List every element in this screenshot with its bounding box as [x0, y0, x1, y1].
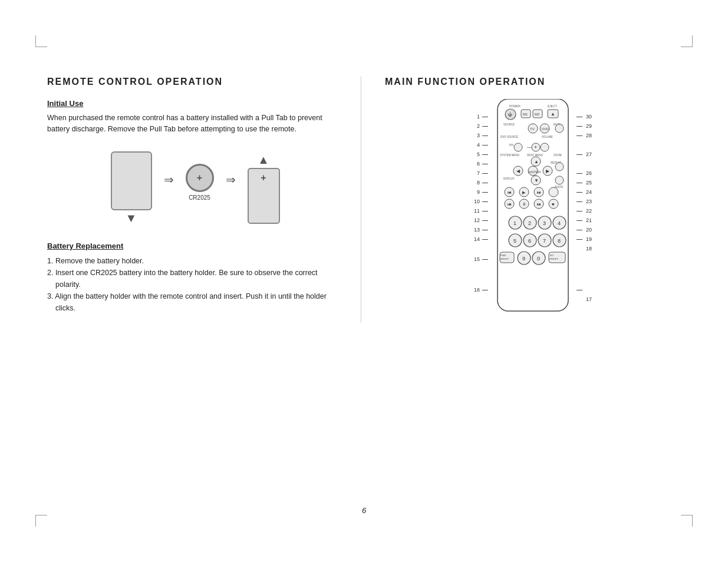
svg-text:0: 0	[537, 256, 540, 262]
corner-mark-br	[681, 515, 693, 527]
cr-label: CR2025	[189, 194, 210, 201]
svg-text:⏻: ⏻	[508, 113, 512, 117]
page-number: 6	[362, 506, 366, 515]
right-column: MAIN FUNCTION OPERATION 1 2 3 4 5 6 7 8 …	[361, 77, 681, 323]
svg-text:5: 5	[513, 238, 516, 244]
arrow-down-icon: ▼	[126, 211, 137, 225]
svg-text:ON/OFF: ON/OFF	[500, 257, 509, 260]
left-section-title: REMOTE CONTROL OPERATION	[47, 77, 343, 87]
svg-text:M1: M1	[523, 113, 528, 116]
left-column: REMOTE CONTROL OPERATION Initial Use Whe…	[47, 77, 361, 323]
svg-text:EJECT: EJECT	[548, 104, 557, 108]
initial-use-heading: Initial Use	[47, 99, 343, 108]
battery-slot-left	[111, 151, 152, 210]
svg-text:DESC MENU: DESC MENU	[527, 154, 543, 157]
left-lines	[482, 99, 489, 305]
battery-slot-right: +	[248, 168, 280, 224]
svg-text:DISPLAY: DISPLAY	[503, 177, 515, 180]
right-lines	[577, 99, 584, 305]
svg-text:M2: M2	[535, 113, 540, 116]
svg-text:ZOOM: ZOOM	[554, 154, 562, 157]
initial-use-paragraph: When purchased the remote control has a …	[47, 113, 343, 135]
battery-step-1: 1. Remove the battery holder.	[47, 255, 343, 267]
svg-text:9: 9	[522, 256, 525, 262]
svg-text:DVD SOURCE: DVD SOURCE	[500, 135, 518, 138]
svg-point-50	[549, 187, 558, 197]
corner-mark-bl	[35, 515, 47, 527]
right-number-labels: 30 29 28 27 26 25 24 23 22 21 20 19 18	[586, 99, 599, 315]
svg-text:SYSTEM MENU: SYSTEM MENU	[500, 154, 519, 157]
svg-text:POWER: POWER	[509, 104, 521, 108]
svg-text:TV: TV	[530, 127, 535, 131]
svg-text:6: 6	[528, 238, 531, 244]
svg-text:1: 1	[513, 220, 516, 226]
svg-text:3: 3	[543, 220, 546, 226]
svg-point-21	[514, 143, 522, 151]
svg-text:⏮: ⏮	[508, 202, 512, 206]
battery-step-2: 2. Insert one CR2025 battery into the ba…	[47, 267, 343, 290]
svg-text:7: 7	[543, 238, 546, 244]
arrow-right-icon: ⇒	[164, 173, 174, 187]
arrow-up-icon: ▲	[258, 153, 269, 167]
battery-replacement-heading: Battery Replacement	[47, 242, 343, 250]
svg-text:ON/OFF: ON/OFF	[549, 257, 559, 260]
svg-text:PIX: PIX	[509, 144, 513, 147]
svg-text:+: +	[534, 144, 537, 150]
svg-text:8: 8	[558, 238, 561, 244]
svg-text:ENTER: ENTER	[529, 170, 541, 174]
remote-control-svg: POWER EJECT ⏻ M1 M2 ▲ SOURCE	[492, 99, 574, 323]
svg-text:SOURCE: SOURCE	[503, 123, 515, 126]
svg-text:4: 4	[558, 220, 561, 226]
battery-step-3: 3. Align the battery holder with the rem…	[47, 290, 343, 314]
svg-text:IRT: IRT	[550, 254, 554, 257]
svg-text:▲: ▲	[551, 111, 555, 117]
battery-replacement-list: 1. Remove the battery holder. 2. Insert …	[47, 255, 343, 314]
svg-text:▶: ▶	[546, 168, 550, 174]
battery-illustration: ▼ ⇒ + CR2025 ⇒ ▲ +	[47, 147, 343, 224]
svg-text:⏭: ⏭	[537, 202, 541, 206]
battery-circle: +	[186, 164, 214, 192]
svg-text:◀: ◀	[516, 168, 521, 174]
svg-text:▲: ▲	[534, 159, 539, 164]
svg-point-42	[555, 176, 564, 184]
left-number-labels: 1 2 3 4 5 6 7 8 9 10 11 12 13 14 15 16	[467, 99, 480, 305]
svg-text:PWR: PWR	[500, 254, 506, 257]
svg-point-32	[555, 163, 564, 171]
svg-text:⏸: ⏸	[522, 202, 526, 206]
arrow-right-icon-2: ⇒	[226, 173, 236, 187]
corner-mark-tr	[681, 35, 693, 47]
remote-diagram-area: 1 2 3 4 5 6 7 8 9 10 11 12 13 14 15 16	[385, 99, 681, 323]
svg-text:⏭: ⏭	[537, 190, 541, 194]
svg-text:⏮: ⏮	[508, 190, 512, 194]
svg-text:VOLUME: VOLUME	[542, 135, 553, 138]
right-section-title: MAIN FUNCTION OPERATION	[385, 77, 681, 87]
svg-point-17	[555, 124, 564, 133]
svg-text:DVD: DVD	[542, 127, 549, 131]
svg-text:2: 2	[528, 220, 531, 226]
svg-text:■: ■	[552, 202, 554, 206]
svg-text:▼: ▼	[534, 178, 539, 183]
svg-point-25	[541, 143, 549, 151]
corner-mark-tl	[35, 35, 47, 47]
